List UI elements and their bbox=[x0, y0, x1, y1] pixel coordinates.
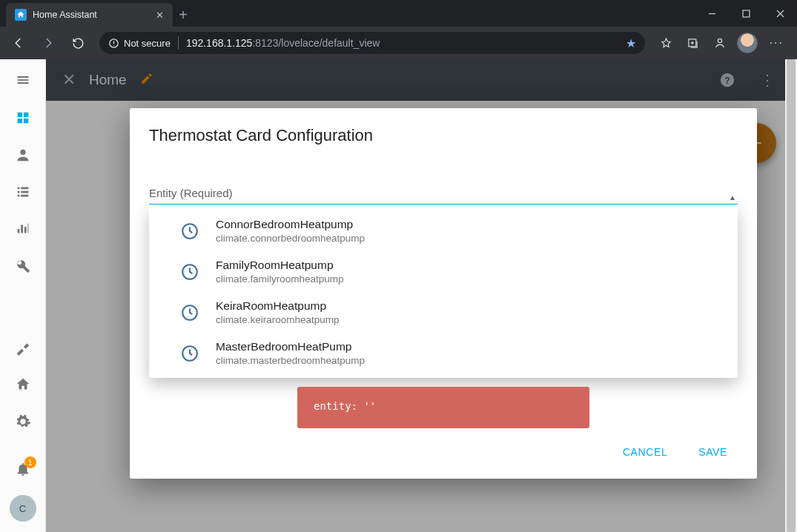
card-config-modal: Thermostat Card Configuration Entity (Re… bbox=[130, 108, 757, 479]
account-icon[interactable] bbox=[707, 30, 732, 56]
window-controls bbox=[695, 0, 797, 27]
page-scrollbar[interactable] bbox=[785, 59, 797, 532]
tab-close-icon[interactable]: ✕ bbox=[156, 10, 164, 21]
save-button[interactable]: SAVE bbox=[692, 442, 733, 462]
modal-title: Thermostat Card Configuration bbox=[149, 126, 738, 145]
entity-option-name: KeiraRoomHeatpump bbox=[216, 299, 340, 313]
entity-option-name: FamilyRoomHeatpump bbox=[216, 259, 344, 272]
yaml-preview: entity: '' bbox=[297, 387, 589, 428]
favorite-star-icon[interactable]: ★ bbox=[626, 36, 636, 50]
sidebar-item-history[interactable] bbox=[5, 212, 41, 246]
window-close-button[interactable] bbox=[763, 0, 797, 27]
new-tab-button[interactable]: + bbox=[173, 3, 194, 27]
entity-dropdown: ConnorBedroomHeatpump climate.connorbedr… bbox=[149, 206, 738, 378]
profile-avatar[interactable] bbox=[737, 33, 758, 53]
tab-title: Home Assistant bbox=[33, 10, 97, 20]
entity-option-id: climate.masterbedroomheatpump bbox=[216, 355, 365, 366]
window-minimize-button[interactable] bbox=[695, 0, 729, 27]
scrollbar-thumb[interactable] bbox=[787, 59, 796, 532]
browser-more-icon[interactable]: ··· bbox=[762, 36, 791, 50]
cancel-button[interactable]: CANCEL bbox=[617, 442, 673, 462]
thermostat-icon bbox=[180, 303, 199, 322]
entity-option[interactable]: MasterBedroomHeatPump climate.masterbedr… bbox=[149, 333, 738, 373]
security-label: Not secure bbox=[124, 38, 171, 49]
page-viewport: 1 C ✕ Home ? ⋮ + Thermostat Card Configu… bbox=[0, 59, 797, 532]
dropdown-caret-icon[interactable]: ▲ bbox=[729, 193, 736, 202]
entity-option-name: ConnorBedroomHeatpump bbox=[216, 218, 365, 231]
sidebar-item-map[interactable] bbox=[5, 138, 41, 172]
sidebar-item-logbook[interactable] bbox=[5, 175, 41, 209]
collections-icon[interactable] bbox=[681, 30, 706, 56]
window-titlebar: Home Assistant ✕ + bbox=[0, 0, 797, 27]
window-maximize-button[interactable] bbox=[729, 0, 763, 27]
entity-option-id: climate.familyroomheatpump bbox=[216, 273, 344, 285]
thermostat-icon bbox=[180, 344, 199, 363]
modal-actions: CANCEL SAVE bbox=[149, 428, 738, 468]
entity-option[interactable]: KeiraRoomHeatpump climate.keiraroomheatp… bbox=[149, 292, 738, 333]
nav-back-button[interactable] bbox=[6, 30, 31, 56]
nav-refresh-button[interactable] bbox=[65, 30, 90, 56]
browser-toolbar: Not secure 192.168.1.125:8123/lovelace/d… bbox=[0, 27, 797, 59]
svg-point-3 bbox=[718, 39, 721, 42]
sidebar-item-overview[interactable] bbox=[5, 101, 41, 135]
entity-option[interactable]: ConnorBedroomHeatpump climate.connorbedr… bbox=[149, 210, 738, 251]
thermostat-icon bbox=[180, 262, 199, 282]
browser-tab[interactable]: Home Assistant ✕ bbox=[6, 3, 173, 27]
notification-badge: 1 bbox=[24, 456, 36, 468]
sidebar-item-devtools[interactable] bbox=[5, 249, 41, 283]
sidebar-item-hass[interactable] bbox=[5, 368, 41, 402]
entity-option-name: MasterBedroomHeatPump bbox=[216, 340, 365, 353]
sidebar-toggle-button[interactable] bbox=[0, 62, 45, 98]
entity-option[interactable]: FamilyRoomHeatpump climate.familyroomhea… bbox=[149, 251, 738, 292]
ha-main: ✕ Home ? ⋮ + Thermostat Card Configurati… bbox=[46, 59, 797, 532]
sidebar-user-avatar[interactable]: C bbox=[10, 495, 36, 522]
url-separator bbox=[178, 36, 179, 50]
entity-field-input[interactable]: ▲ bbox=[149, 204, 738, 205]
nav-forward-button[interactable] bbox=[36, 30, 61, 56]
entity-option-id: climate.connorbedroomheatpump bbox=[216, 233, 365, 244]
sidebar-item-hammer[interactable] bbox=[5, 330, 41, 365]
sidebar-item-notifications[interactable]: 1 bbox=[5, 452, 41, 486]
address-bar[interactable]: Not secure 192.168.1.125:8123/lovelace/d… bbox=[99, 32, 645, 54]
sidebar-item-config[interactable] bbox=[5, 405, 41, 439]
security-indicator[interactable]: Not secure bbox=[108, 38, 171, 49]
entity-option-id: climate.keiraroomheatpump bbox=[216, 314, 340, 325]
svg-rect-0 bbox=[743, 10, 750, 17]
url-text: 192.168.1.125:8123/lovelace/default_view bbox=[186, 37, 380, 49]
entity-field-label: Entity (Required) bbox=[149, 187, 738, 199]
tab-favicon bbox=[15, 9, 27, 21]
favorites-icon[interactable] bbox=[654, 30, 679, 56]
ha-sidebar: 1 C bbox=[0, 59, 46, 532]
thermostat-icon bbox=[180, 222, 199, 241]
